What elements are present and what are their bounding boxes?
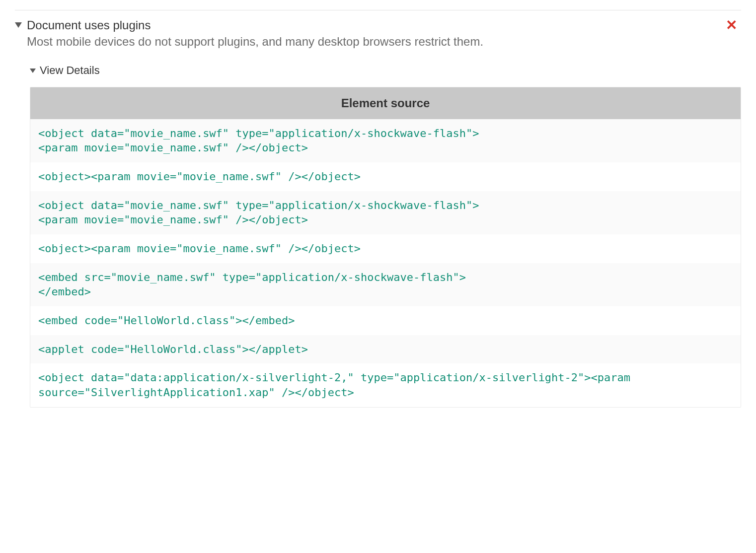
chevron-down-icon[interactable]	[30, 69, 36, 73]
table-row: <embed code="HelloWorld.class"></embed>	[30, 306, 741, 335]
fail-icon: ✕	[726, 18, 737, 32]
view-details-toggle[interactable]: View Details	[30, 64, 741, 77]
table-row: <object data="data:application/x-silverl…	[30, 363, 741, 407]
table-row: <object><param movie="movie_name.swf" />…	[30, 162, 741, 191]
table-header: Element source	[30, 87, 741, 119]
audit-title: Document uses plugins	[27, 17, 483, 33]
table-row: <object data="movie_name.swf" type="appl…	[30, 191, 741, 234]
details-section: View Details Element source <object data…	[30, 64, 741, 408]
view-details-label: View Details	[40, 64, 100, 77]
table-body: <object data="movie_name.swf" type="appl…	[30, 119, 741, 407]
chevron-down-icon[interactable]	[15, 22, 22, 28]
table-row: <applet code="HelloWorld.class"></applet…	[30, 335, 741, 364]
audit-item: ✕ Document uses plugins Most mobile devi…	[15, 10, 741, 408]
table-row: <object><param movie="movie_name.swf" />…	[30, 234, 741, 263]
element-source-table: Element source <object data="movie_name.…	[30, 87, 741, 408]
audit-header[interactable]: Document uses plugins Most mobile device…	[15, 17, 741, 50]
table-row: <embed src="movie_name.swf" type="applic…	[30, 263, 741, 306]
audit-header-text: Document uses plugins Most mobile device…	[27, 17, 483, 50]
table-row: <object data="movie_name.swf" type="appl…	[30, 119, 741, 162]
audit-description: Most mobile devices do not support plugi…	[27, 34, 483, 50]
